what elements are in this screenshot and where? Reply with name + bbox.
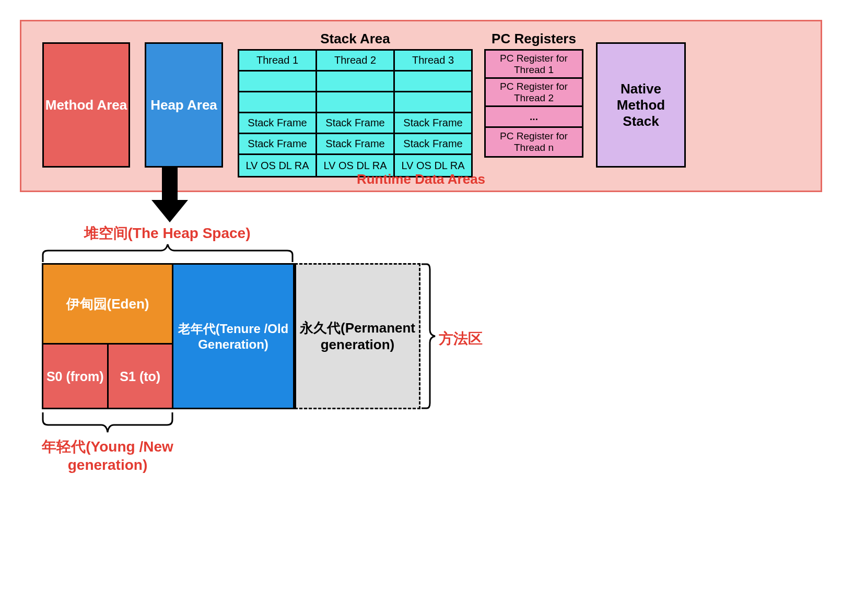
stack-area-section: Stack Area Thread 1 Stack Frame Stack Fr…	[238, 31, 473, 177]
stack-cell-empty	[239, 72, 315, 92]
heap-blocks: 伊甸园(Eden) S0 (from) S1 (to) 老年代(Tenure /…	[42, 263, 420, 409]
s0-from-block: S0 (from)	[42, 345, 109, 409]
native-method-stack-block: Native Method Stack	[596, 42, 686, 168]
pc-registers-title: PC Registers	[484, 31, 583, 47]
stack-frame-cell: Stack Frame	[239, 134, 315, 155]
pc-registers-section: PC Registers PC Register for Thread 1 PC…	[484, 31, 583, 158]
permanent-generation-block: 永久代(Permanent generation)	[295, 263, 420, 409]
heap-space-label: 堆空间(The Heap Space)	[42, 223, 293, 243]
s1-to-block: S1 (to)	[109, 345, 174, 409]
thread-1-column: Thread 1 Stack Frame Stack Frame LV OS D…	[238, 49, 317, 177]
thread-1-header: Thread 1	[239, 51, 315, 72]
thread-3-column: Thread 3 Stack Frame Stack Frame LV OS D…	[393, 49, 473, 177]
stack-frame-cell: Stack Frame	[395, 113, 471, 134]
stack-frame-cell: Stack Frame	[317, 113, 393, 134]
pc-grid: PC Register for Thread 1 PC Register for…	[484, 49, 583, 158]
young-bottom-brace-icon	[42, 411, 173, 434]
arrow-down-icon	[151, 166, 188, 226]
method-area-label: 方法区	[439, 329, 483, 349]
survivor-row: S0 (from) S1 (to)	[42, 345, 173, 409]
right-brace-icon	[420, 263, 436, 409]
stack-cell-empty	[395, 72, 471, 92]
stack-frame-cell: Stack Frame	[395, 134, 471, 155]
young-generation-label: 年轻代(Young /New generation)	[42, 437, 173, 474]
method-area-block: Method Area	[42, 42, 130, 168]
thread-2-header: Thread 2	[317, 51, 393, 72]
thread-2-column: Thread 2 Stack Frame Stack Frame LV OS D…	[315, 49, 395, 177]
svg-rect-0	[162, 166, 178, 203]
stack-area-title: Stack Area	[238, 31, 473, 47]
stack-cell-empty	[395, 92, 471, 113]
stack-cell-empty	[239, 92, 315, 113]
young-generation-column: 伊甸园(Eden) S0 (from) S1 (to)	[42, 263, 173, 409]
stack-frame-cell: Stack Frame	[239, 113, 315, 134]
pc-register-thread-2: PC Register for Thread 2	[486, 79, 582, 107]
pc-register-ellipsis: ...	[486, 107, 582, 128]
pc-register-thread-n: PC Register for Thread n	[486, 128, 582, 156]
stack-cell-empty	[317, 72, 393, 92]
pc-register-thread-1: PC Register for Thread 1	[486, 51, 582, 79]
stack-cell-empty	[317, 92, 393, 113]
stack-frame-cell: Stack Frame	[317, 134, 393, 155]
runtime-data-areas-title: Runtime Data Areas	[21, 171, 821, 187]
stack-grid: Thread 1 Stack Frame Stack Frame LV OS D…	[238, 49, 473, 177]
old-generation-block: 老年代(Tenure /Old Generation)	[173, 263, 295, 409]
eden-block: 伊甸园(Eden)	[42, 263, 173, 345]
runtime-data-areas-container: Method Area Heap Area Stack Area Thread …	[20, 20, 822, 192]
heap-top-brace-icon	[42, 243, 294, 263]
thread-3-header: Thread 3	[395, 51, 471, 72]
heap-area-block: Heap Area	[145, 42, 223, 168]
svg-marker-1	[151, 200, 188, 222]
